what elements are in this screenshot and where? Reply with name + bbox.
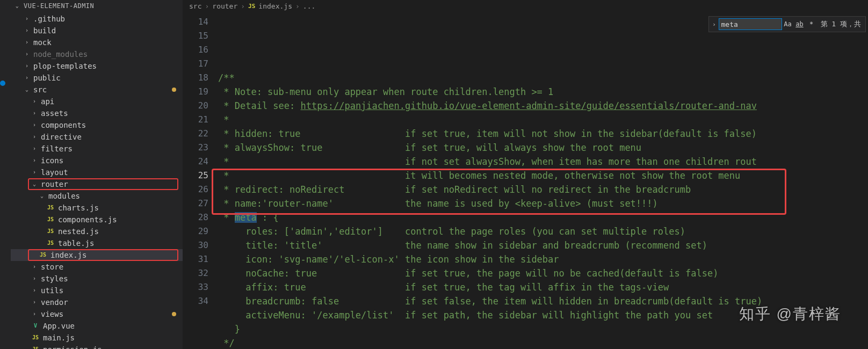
code-line[interactable]: title: 'title' the name show in sidebar … [218,238,868,252]
tree-row[interactable]: JStable.js [11,237,183,249]
chevron-right-icon[interactable] [31,131,38,143]
tree-row[interactable]: node_modules [11,48,183,60]
tree-item-label: layout [41,166,68,178]
tree-row[interactable]: views [11,308,183,320]
code-line[interactable]: * Note: sub-menu only appear when route … [218,85,868,99]
tree-row[interactable]: plop-templates [11,60,183,72]
line-number: 33 [183,280,208,294]
code-line[interactable]: * Detail see: https://panjiachen.github.… [218,99,868,113]
code-line[interactable]: * it will becomes nested mode, otherwise… [218,169,868,183]
code-line[interactable]: affix: true if set true, the tag will af… [218,280,868,294]
code-line[interactable]: roles: ['admin','editor'] control the pa… [218,224,868,238]
code-area[interactable]: /** * Note: sub-menu only appear when ro… [218,13,868,349]
chevron-right-icon[interactable] [31,273,38,285]
code-line[interactable]: * hidden: true if set true, item will no… [218,127,868,141]
search-input[interactable] [719,18,782,30]
js-icon: JS [46,237,55,249]
breadcrumb-item[interactable]: index.js [258,0,292,13]
code-line[interactable]: * alwaysShow: true if set true, will alw… [218,141,868,155]
line-number: 27 [183,197,208,210]
tree-row[interactable]: mock [11,37,183,48]
project-title[interactable]: ⌄ VUE-ELEMENT-ADMIN [11,0,183,12]
tree-row[interactable]: utils [11,285,183,296]
chevron-right-icon[interactable] [24,60,30,72]
tree-row[interactable]: JSmain.js [11,332,183,344]
chevron-right-icon[interactable] [31,166,38,178]
chevron-right-icon[interactable] [31,308,38,320]
tree-row[interactable]: vendor [11,296,183,308]
match-word-button[interactable]: ab [794,18,806,30]
code-line[interactable]: * [218,113,868,127]
chevron-right-icon[interactable] [31,143,38,155]
git-modified-icon [172,312,176,316]
code-line[interactable]: */ [218,336,868,349]
tree-row[interactable]: router [11,178,183,190]
code-line[interactable]: noCache: true if set true, the page will… [218,266,868,280]
chevron-right-icon[interactable] [24,72,30,84]
chevron-right-icon[interactable] [24,13,30,25]
tree-row[interactable]: VApp.vue [11,320,183,332]
chevron-right-icon[interactable]: › [710,21,719,28]
breadcrumb-item[interactable]: router [212,0,237,13]
code-line[interactable] [218,57,868,71]
tree-row[interactable]: JSpermission.js [11,344,183,349]
chevron-down-icon[interactable] [39,190,45,202]
tree-row[interactable]: src [11,84,183,96]
tree-row[interactable]: public [11,72,183,84]
chevron-right-icon[interactable] [31,261,38,273]
line-number: 20 [183,99,208,113]
chevron-right-icon[interactable] [31,155,38,166]
tree-item-label: nested.js [58,226,99,237]
tree-row[interactable]: components [11,119,183,131]
chevron-right-icon[interactable] [24,48,30,60]
chevron-down-icon[interactable] [24,84,30,96]
tree-row[interactable]: JScomponents.js [11,214,183,226]
code-line[interactable]: * name:'router-name' the name is used by… [218,197,868,210]
code-line[interactable]: /** [218,71,868,85]
chevron-right-icon[interactable] [31,296,38,308]
breadcrumb-item[interactable]: src [189,0,201,13]
line-number: 22 [183,127,208,141]
tree-row[interactable]: modules [11,190,183,202]
tree-row[interactable]: filters [11,143,183,155]
tree-row[interactable]: api [11,96,183,107]
vue-icon: V [31,320,40,332]
match-case-button[interactable]: Aa [782,18,794,30]
chevron-right-icon[interactable] [31,119,38,131]
regex-button[interactable]: * [806,18,818,30]
tree-row[interactable]: icons [11,155,183,166]
line-number: 34 [183,294,208,308]
code-line[interactable]: icon: 'svg-name'/'el-icon-x' the icon sh… [218,252,868,266]
tree-row[interactable]: styles [11,273,183,285]
tree-row[interactable]: assets [11,107,183,119]
chevron-down-icon: ⌄ [14,0,20,12]
tree-row[interactable]: layout [11,166,183,178]
tree-row[interactable]: JSnested.js [11,226,183,237]
chevron-right-icon[interactable] [24,37,30,48]
line-number: 25 [183,169,208,183]
breadcrumb[interactable]: src › router › JS index.js › ... [183,0,868,13]
find-widget[interactable]: › Aa ab * 第 1 项，共 [708,16,866,32]
chevron-right-icon[interactable] [24,25,30,37]
tree-row[interactable]: .github [11,13,183,25]
tree-item-label: directive [41,131,82,143]
tree-row[interactable]: JSindex.js [11,249,183,261]
badge-icon [0,81,5,86]
tree-row[interactable]: build [11,25,183,37]
chevron-right-icon[interactable] [31,285,38,296]
tree-item-label: router [41,178,68,190]
line-number: 30 [183,238,208,252]
line-number: 28 [183,210,208,224]
chevron-down-icon[interactable] [31,178,38,190]
chevron-right-icon[interactable] [31,96,38,107]
tree-row[interactable]: store [11,261,183,273]
editor[interactable]: 1415161718192021222324252627282930313233… [183,13,868,349]
code-line[interactable]: * if not set alwaysShow, when item has m… [218,155,868,169]
tree-row[interactable]: JScharts.js [11,202,183,214]
code-line[interactable]: * redirect: noRedirect if set noRedirect… [218,183,868,197]
breadcrumb-item: ... [303,0,315,13]
chevron-right-icon[interactable] [31,107,38,119]
code-line[interactable]: * meta : { [218,210,868,224]
line-number: 29 [183,224,208,238]
tree-row[interactable]: directive [11,131,183,143]
